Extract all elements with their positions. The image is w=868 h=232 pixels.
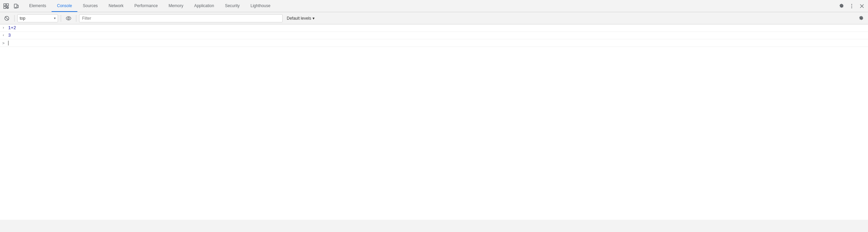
context-dropdown-arrow: ▾ <box>54 16 56 20</box>
tab-security[interactable]: Security <box>220 0 245 12</box>
close-button[interactable] <box>857 1 867 11</box>
prompt-arrow: > <box>0 41 7 45</box>
tab-bar-left-icons <box>1 1 21 11</box>
filter-input[interactable] <box>82 16 280 21</box>
tab-network[interactable]: Network <box>103 0 129 12</box>
svg-point-9 <box>851 7 852 8</box>
tab-elements[interactable]: Elements <box>24 0 52 12</box>
context-selector[interactable]: top ▾ <box>17 14 58 22</box>
eye-icon-button[interactable] <box>64 14 73 23</box>
tab-bar: Elements Console Sources Network Perform… <box>0 0 868 12</box>
filter-input-wrap[interactable] <box>79 14 283 22</box>
console-prompt-line[interactable]: > <box>0 39 868 47</box>
svg-point-8 <box>851 5 852 6</box>
svg-point-7 <box>851 4 852 5</box>
console-output: › 1+2 ‹ 3 > <box>0 24 868 220</box>
svg-rect-2 <box>4 6 6 8</box>
clear-console-button[interactable] <box>2 14 12 23</box>
toolbar-sep-2 <box>61 15 61 22</box>
inspect-element-button[interactable] <box>1 1 11 11</box>
entry-arrow-right-1[interactable]: › <box>0 25 7 30</box>
levels-dropdown-arrow: ▾ <box>313 16 315 21</box>
svg-line-13 <box>5 17 8 20</box>
tab-sources[interactable]: Sources <box>77 0 103 12</box>
entry-text-output-1: 3 <box>7 33 868 38</box>
svg-rect-5 <box>17 5 18 8</box>
tab-application[interactable]: Application <box>189 0 220 12</box>
svg-rect-1 <box>6 4 8 6</box>
svg-point-14 <box>66 17 71 20</box>
toolbar-sep-1 <box>14 15 15 22</box>
tab-list: Elements Console Sources Network Perform… <box>24 0 837 12</box>
console-toolbar: top ▾ Default levels ▾ <box>0 12 868 24</box>
console-settings-button[interactable] <box>856 14 866 23</box>
tab-performance[interactable]: Performance <box>129 0 163 12</box>
toolbar-left-group <box>2 14 12 23</box>
svg-rect-0 <box>4 4 6 6</box>
tab-lighthouse[interactable]: Lighthouse <box>245 0 276 12</box>
svg-point-15 <box>68 17 70 19</box>
cursor <box>8 41 8 45</box>
more-options-button[interactable] <box>847 1 856 11</box>
tab-console[interactable]: Console <box>52 0 77 12</box>
entry-text-input-1: 1+2 <box>7 25 868 31</box>
settings-button[interactable] <box>837 1 846 11</box>
tab-bar-right-icons <box>837 1 867 11</box>
entry-arrow-left-1[interactable]: ‹ <box>0 33 7 37</box>
console-entry-output: ‹ 3 <box>0 32 868 39</box>
console-entry-input: › 1+2 <box>0 24 868 32</box>
device-toggle-button[interactable] <box>12 1 21 11</box>
console-input-field[interactable] <box>7 40 868 46</box>
tab-memory[interactable]: Memory <box>163 0 189 12</box>
default-levels-button[interactable]: Default levels ▾ <box>284 14 317 22</box>
toolbar-sep-3 <box>76 15 76 22</box>
